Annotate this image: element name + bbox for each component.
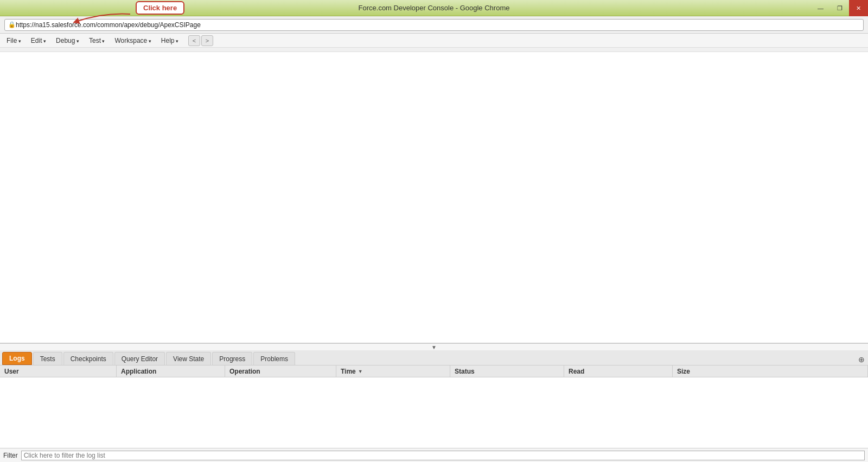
window-title: Force.com Developer Console - Google Chr… bbox=[359, 4, 510, 12]
table-content bbox=[0, 377, 868, 448]
menu-file[interactable]: File ▾ bbox=[2, 35, 25, 46]
menu-debug[interactable]: Debug ▾ bbox=[52, 35, 84, 46]
column-application[interactable]: Application bbox=[117, 365, 225, 377]
column-size[interactable]: Size bbox=[673, 365, 868, 377]
collapse-arrow-icon: ▼ bbox=[431, 344, 437, 350]
filter-input[interactable] bbox=[21, 451, 865, 460]
panel-expand-button[interactable]: ⊕ bbox=[855, 354, 868, 365]
filter-bar: Filter bbox=[0, 448, 868, 462]
minimize-button[interactable]: — bbox=[811, 0, 830, 16]
tabs-row: Logs Tests Checkpoints Query Editor View… bbox=[0, 350, 868, 365]
click-here-annotation: Click here bbox=[136, 1, 184, 15]
column-status[interactable]: Status bbox=[450, 365, 564, 377]
tab-logs[interactable]: Logs bbox=[2, 352, 32, 365]
menu-workspace[interactable]: Workspace ▾ bbox=[110, 35, 155, 46]
tab-problems[interactable]: Problems bbox=[253, 352, 295, 365]
menu-bar: File ▾ Edit ▾ Debug ▾ Test ▾ Workspace ▾… bbox=[0, 34, 868, 48]
column-user[interactable]: User bbox=[0, 365, 117, 377]
title-bar: Click here Force.com Developer Console -… bbox=[0, 0, 868, 16]
tab-tests[interactable]: Tests bbox=[33, 352, 62, 365]
table-header: User Application Operation Time ▼ Status… bbox=[0, 365, 868, 377]
lock-icon: 🔒 bbox=[8, 21, 16, 28]
column-time[interactable]: Time ▼ bbox=[336, 365, 450, 377]
tab-progress[interactable]: Progress bbox=[212, 352, 252, 365]
menu-test[interactable]: Test ▾ bbox=[85, 35, 110, 46]
sort-arrow-icon: ▼ bbox=[358, 369, 363, 374]
collapse-indicator[interactable]: ▼ bbox=[0, 344, 868, 350]
close-button[interactable]: ✕ bbox=[849, 0, 868, 16]
tab-checkpoints[interactable]: Checkpoints bbox=[63, 352, 113, 365]
maximize-button[interactable]: ❐ bbox=[830, 0, 849, 16]
annotation-arrow bbox=[71, 10, 141, 26]
tab-view-state[interactable]: View State bbox=[166, 352, 211, 365]
column-operation[interactable]: Operation bbox=[225, 365, 336, 377]
bottom-panel: ▼ Logs Tests Checkpoints Query Editor Vi… bbox=[0, 343, 868, 462]
nav-forward-button[interactable]: > bbox=[201, 35, 213, 46]
toolbar bbox=[0, 48, 868, 52]
menu-help[interactable]: Help ▾ bbox=[157, 35, 183, 46]
tab-query-editor[interactable]: Query Editor bbox=[114, 352, 165, 365]
menu-edit[interactable]: Edit ▾ bbox=[27, 35, 50, 46]
window-controls: — ❐ ✕ bbox=[811, 0, 868, 16]
editor-area bbox=[0, 52, 868, 343]
filter-label: Filter bbox=[3, 452, 18, 459]
nav-back-button[interactable]: < bbox=[188, 35, 200, 46]
app-container: Click here Force.com Developer Console -… bbox=[0, 0, 868, 462]
column-read[interactable]: Read bbox=[564, 365, 673, 377]
